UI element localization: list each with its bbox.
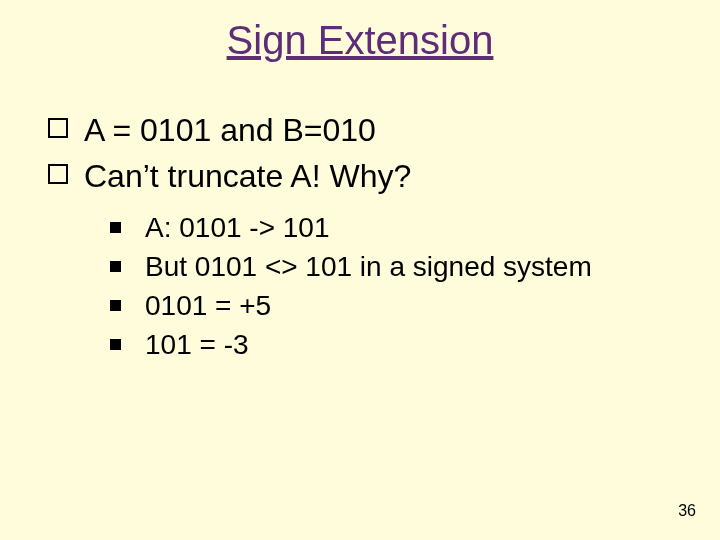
slide: Sign Extension A = 0101 and B=010 Can’t …: [0, 0, 720, 540]
sub-bullet-text: But 0101 <> 101 in a signed system: [145, 249, 592, 284]
sub-bullet-item: But 0101 <> 101 in a signed system: [110, 249, 680, 284]
sub-bullet-item: A: 0101 -> 101: [110, 210, 680, 245]
filled-square-bullet-icon: [110, 222, 121, 233]
bullet-item: A = 0101 and B=010: [48, 110, 680, 150]
filled-square-bullet-icon: [110, 339, 121, 350]
sub-bullet-item: 101 = -3: [110, 327, 680, 362]
sub-bullet-text: 0101 = +5: [145, 288, 271, 323]
bullet-list: A = 0101 and B=010 Can’t truncate A! Why…: [48, 110, 680, 366]
square-bullet-icon: [48, 118, 68, 138]
sub-bullet-text: A: 0101 -> 101: [145, 210, 329, 245]
filled-square-bullet-icon: [110, 261, 121, 272]
page-number: 36: [678, 502, 696, 520]
sub-bullet-item: 0101 = +5: [110, 288, 680, 323]
square-bullet-icon: [48, 164, 68, 184]
sub-bullet-list: A: 0101 -> 101 But 0101 <> 101 in a sign…: [110, 210, 680, 362]
filled-square-bullet-icon: [110, 300, 121, 311]
bullet-text: Can’t truncate A! Why?: [84, 156, 411, 196]
slide-title: Sign Extension: [0, 18, 720, 63]
bullet-item: Can’t truncate A! Why?: [48, 156, 680, 196]
bullet-text: A = 0101 and B=010: [84, 110, 376, 150]
sub-bullet-text: 101 = -3: [145, 327, 249, 362]
